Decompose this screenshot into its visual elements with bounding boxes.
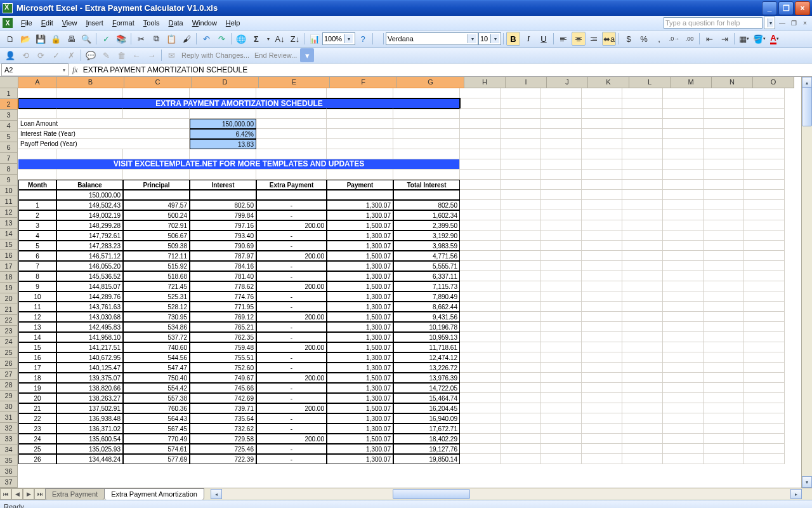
next-change-icon[interactable]: ⟳ xyxy=(34,48,48,62)
row-header-3[interactable]: 3 xyxy=(0,110,18,121)
fill-color-button[interactable]: 🪣▾ xyxy=(752,32,766,46)
format-painter-icon[interactable]: 🖌 xyxy=(180,32,193,46)
cell[interactable]: 518.68 xyxy=(123,271,190,281)
cell[interactable]: 749.67 xyxy=(190,373,256,383)
cell[interactable]: 497.57 xyxy=(123,200,190,210)
cell[interactable]: 1,500.07 xyxy=(327,403,393,413)
cell[interactable]: 1,300.07 xyxy=(327,261,393,271)
cell[interactable]: 12,474.12 xyxy=(393,352,460,363)
cell[interactable]: 1,300.07 xyxy=(327,413,393,424)
cell[interactable]: 1,500.07 xyxy=(327,251,393,261)
cell[interactable]: 730.95 xyxy=(123,312,190,322)
menu-format[interactable]: Format xyxy=(108,18,139,28)
cell[interactable]: 554.42 xyxy=(123,383,190,393)
tab-next-icon[interactable]: ▶ xyxy=(23,488,34,500)
spelling-icon[interactable]: ✓ xyxy=(99,32,113,46)
cell[interactable]: 732.62 xyxy=(190,424,256,434)
cell[interactable]: - xyxy=(256,231,327,241)
bold-button[interactable]: B xyxy=(506,32,520,46)
cell[interactable]: Loan Amount xyxy=(18,119,190,129)
cell[interactable]: 1,300.07 xyxy=(327,332,393,342)
col-header-D[interactable]: D xyxy=(192,77,259,88)
row-header-28[interactable]: 28 xyxy=(0,380,18,391)
cell[interactable]: 771.95 xyxy=(190,302,256,312)
cell[interactable]: 7 xyxy=(18,261,56,271)
workbook-restore-button[interactable]: ❐ xyxy=(789,18,798,27)
cell[interactable]: 146,571.12 xyxy=(56,251,123,261)
cell[interactable]: 150,000.00 xyxy=(190,119,256,129)
cell[interactable]: - xyxy=(256,332,327,342)
cell[interactable]: 3,192.90 xyxy=(393,231,460,241)
cut-icon[interactable]: ✂ xyxy=(134,32,148,46)
row-header-4[interactable]: 4 xyxy=(0,121,18,131)
row-header-5[interactable]: 5 xyxy=(0,131,18,142)
row-header-32[interactable]: 32 xyxy=(0,423,18,434)
cell[interactable]: 2 xyxy=(18,210,56,220)
cell[interactable]: 1,300.07 xyxy=(327,291,393,302)
scroll-left-icon[interactable]: ◂ xyxy=(211,489,222,499)
col-header-K[interactable]: K xyxy=(588,77,629,88)
cell[interactable]: 506.67 xyxy=(123,231,190,241)
cell[interactable]: 18,402.29 xyxy=(393,434,460,444)
cell[interactable]: 137,502.91 xyxy=(56,403,123,413)
cell[interactable]: 200.00 xyxy=(256,312,327,322)
workbook-close-button[interactable]: × xyxy=(801,18,809,27)
cell[interactable]: 144,815.07 xyxy=(56,281,123,291)
cell[interactable]: 11 xyxy=(18,302,56,312)
col-header-O[interactable]: O xyxy=(753,77,794,88)
cell[interactable]: 200.00 xyxy=(256,434,327,444)
menu-data[interactable]: Data xyxy=(164,18,187,28)
cell[interactable]: - xyxy=(256,424,327,434)
cell[interactable]: 722.39 xyxy=(190,454,256,464)
row-header-30[interactable]: 30 xyxy=(0,401,18,412)
col-header-M[interactable]: M xyxy=(671,77,712,88)
cell[interactable]: 769.12 xyxy=(190,312,256,322)
next-comment-icon[interactable]: → xyxy=(145,48,159,62)
cell[interactable]: 712.11 xyxy=(123,251,190,261)
col-header-E[interactable]: E xyxy=(259,77,330,88)
cell[interactable]: 544.56 xyxy=(123,352,190,363)
cell[interactable]: 12 xyxy=(18,312,56,322)
autosum-dropdown-icon[interactable]: ▾ xyxy=(265,32,272,46)
cell[interactable]: 1,602.34 xyxy=(393,210,460,220)
cell[interactable] xyxy=(18,149,56,159)
cell[interactable]: 150,000.00 xyxy=(56,190,123,200)
cell[interactable]: 146,055.20 xyxy=(56,261,123,271)
cell[interactable]: 10,959.13 xyxy=(393,332,460,342)
cell[interactable]: 787.97 xyxy=(190,251,256,261)
cell[interactable]: 138,263.27 xyxy=(56,393,123,403)
col-header-B[interactable]: B xyxy=(57,77,124,88)
cell[interactable]: 755.51 xyxy=(190,352,256,363)
help-dropdown[interactable]: ▾ xyxy=(764,17,775,29)
cell[interactable]: 4,771.56 xyxy=(393,251,460,261)
new-icon[interactable]: 🗋 xyxy=(3,32,17,46)
row-header-6[interactable]: 6 xyxy=(0,142,18,153)
cell[interactable]: Month xyxy=(18,180,56,190)
cell[interactable]: 23 xyxy=(18,424,56,434)
comma-button[interactable]: , xyxy=(652,32,666,46)
cell[interactable]: 790.69 xyxy=(190,241,256,251)
cell[interactable]: 784.16 xyxy=(190,261,256,271)
cell[interactable]: 135,025.93 xyxy=(56,444,123,454)
cell[interactable]: 750.40 xyxy=(123,373,190,383)
cell[interactable]: 725.46 xyxy=(190,444,256,454)
menu-edit[interactable]: Edit xyxy=(37,18,58,28)
help-icon[interactable]: ? xyxy=(356,32,370,46)
cell[interactable]: 14,722.05 xyxy=(393,383,460,393)
cell[interactable]: 149,002.19 xyxy=(56,210,123,220)
percent-button[interactable]: % xyxy=(637,32,651,46)
open-icon[interactable]: 📂 xyxy=(18,32,32,46)
cell[interactable]: 7,890.49 xyxy=(393,291,460,302)
cell[interactable] xyxy=(18,190,56,200)
cell[interactable]: 200.00 xyxy=(256,403,327,413)
row-header-17[interactable]: 17 xyxy=(0,261,18,272)
cell[interactable]: 25 xyxy=(18,444,56,454)
cell[interactable]: 13,976.39 xyxy=(393,373,460,383)
cell[interactable]: 765.21 xyxy=(190,322,256,332)
row-header-25[interactable]: 25 xyxy=(0,347,18,358)
maximize-button[interactable]: ❐ xyxy=(778,1,794,15)
cell[interactable]: 1,300.07 xyxy=(327,393,393,403)
row-header-13[interactable]: 13 xyxy=(0,218,18,229)
cell[interactable]: 22 xyxy=(18,413,56,424)
scroll-thumb-h[interactable] xyxy=(393,489,470,499)
